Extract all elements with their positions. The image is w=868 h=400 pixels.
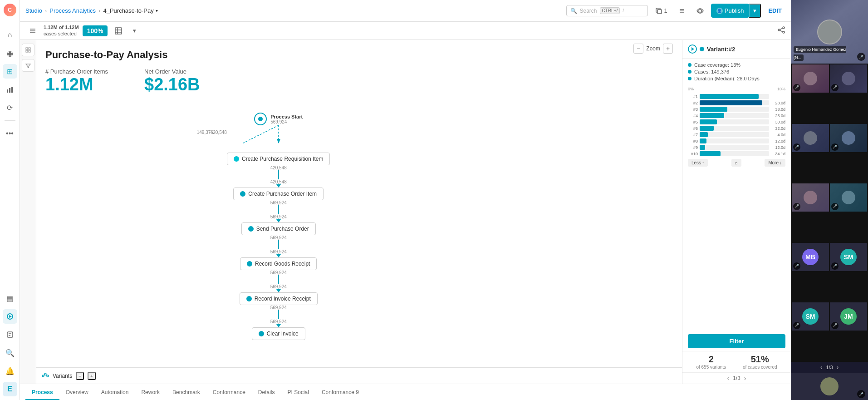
sidebar-filter-icon[interactable] — [3, 327, 17, 342]
thumb-mute-2[interactable]: 🎤 — [831, 84, 839, 91]
chart-row-2[interactable]: #338.0d — [688, 107, 785, 112]
publish-button[interactable]: 👤 Publish — [711, 4, 750, 18]
chart-val-4: 30.0d — [771, 120, 785, 124]
thumb-mute-1[interactable]: 🎤 — [793, 84, 800, 91]
sidebar-table-icon[interactable]: ▤ — [3, 291, 17, 306]
filter-button[interactable]: Filter — [688, 334, 785, 348]
breadcrumb-current[interactable]: 4_Purchase-to-Pay ▾ — [103, 7, 157, 14]
thumb-mute-sm[interactable]: 🎤 — [831, 262, 839, 270]
video-thumb-6[interactable]: 🎤 — [830, 183, 867, 212]
breadcrumb-sep2: › — [98, 7, 100, 14]
filter-area: Filter — [682, 331, 791, 351]
variants-icon — [42, 372, 49, 380]
sidebar-flow-icon[interactable] — [3, 309, 17, 324]
thumb-mute-4[interactable]: 🎤 — [831, 143, 839, 151]
copy-button[interactable]: 1 — [652, 5, 671, 17]
sidebar-chart-icon[interactable] — [3, 82, 17, 97]
breadcrumb: Studio › Process Analytics › 4_Purchase-… — [25, 7, 158, 14]
video-thumb-5[interactable]: 🎤 — [792, 183, 829, 212]
chart-row-5[interactable]: #632.0d — [688, 126, 785, 131]
sidebar-grid-icon[interactable]: ⊞ — [3, 64, 17, 79]
map-container: Purchase-to-Pay Analysis # Purchase Orde… — [36, 40, 791, 384]
nav-prev-btn[interactable]: ‹ — [727, 375, 729, 382]
list-button[interactable] — [675, 5, 689, 17]
video-thumb-sm[interactable]: SM 🎤 — [830, 243, 867, 271]
chart-row-7[interactable]: #812.0d — [688, 138, 785, 143]
tab-automation[interactable]: Automation — [95, 385, 135, 400]
tab-conformance9[interactable]: Conformance 9 — [315, 385, 365, 400]
bottom-mute-button[interactable]: 🎤 — [857, 390, 865, 398]
map-grid-btn[interactable] — [22, 44, 34, 56]
video-nav-next[interactable]: › — [837, 364, 839, 371]
sidebar-more-icon[interactable]: ••• — [3, 126, 17, 141]
publish-dropdown-button[interactable]: ▾ — [749, 4, 761, 18]
chart-row-6[interactable]: #74.0d — [688, 132, 785, 137]
chart-label-2: #3 — [688, 107, 698, 112]
table-view-button[interactable] — [111, 25, 126, 37]
video-thumb-mb[interactable]: MB 🎤 — [792, 243, 829, 271]
video-thumb-2[interactable]: 🎤 — [830, 64, 867, 93]
zoom-in-btn[interactable]: + — [663, 44, 673, 54]
chart-row-0[interactable]: #1 — [688, 94, 785, 99]
thumb-mute-sm2[interactable]: 🎤 — [793, 322, 800, 329]
thumb-mute-3[interactable]: 🎤 — [793, 143, 800, 151]
main-mute-button[interactable]: 🎤 — [857, 53, 865, 61]
tab-overview[interactable]: Overview — [59, 385, 95, 400]
tab-pi-social[interactable]: PI Social — [281, 385, 315, 400]
chart-row-3[interactable]: #425.0d — [688, 113, 785, 118]
variants-minus-btn[interactable]: − — [76, 372, 84, 380]
thumb-mute-5[interactable]: 🎤 — [793, 203, 800, 210]
edit-button[interactable]: EDIT — [765, 5, 785, 17]
variants-plus-btn[interactable]: + — [88, 372, 96, 380]
zoom-out-btn[interactable]: − — [633, 44, 643, 54]
breadcrumb-studio[interactable]: Studio — [25, 7, 42, 14]
breadcrumb-process-analytics[interactable]: Process Analytics — [49, 7, 96, 14]
clear-node[interactable]: Clear Invoice — [252, 327, 305, 340]
video-thumb-sm2[interactable]: SM 🎤 — [792, 302, 829, 331]
thumb-mute-mb[interactable]: 🎤 — [793, 262, 800, 270]
chart-row-4[interactable]: #530.0d — [688, 119, 785, 124]
chart-row-1[interactable]: #228.0d — [688, 100, 785, 105]
tab-rework[interactable]: Rework — [135, 385, 166, 400]
video-thumb-1[interactable]: 🎤 — [792, 64, 829, 93]
percent-badge[interactable]: 100% — [83, 25, 108, 36]
goods-node[interactable]: Record Goods Receipt — [240, 257, 317, 270]
req-node[interactable]: Create Purchase Requisition Item — [227, 153, 330, 165]
svg-rect-2 — [11, 87, 13, 93]
sidebar-user-icon[interactable]: E — [3, 382, 17, 396]
dropdown-button[interactable]: ▾ — [129, 25, 140, 37]
thumb-mute-6[interactable]: 🎤 — [831, 203, 839, 210]
video-thumb-4[interactable]: 🎤 — [830, 124, 867, 152]
tab-details[interactable]: Details — [252, 385, 281, 400]
thumb-mute-jm[interactable]: 🎤 — [831, 322, 839, 329]
map-filter-btn[interactable] — [22, 59, 34, 72]
less-button[interactable]: Less ↑ — [688, 159, 708, 167]
sidebar-share-icon[interactable]: ⟳ — [3, 100, 17, 115]
view-button[interactable] — [693, 5, 707, 17]
nav-next-btn[interactable]: › — [744, 375, 746, 382]
more-button[interactable]: More ↓ — [765, 159, 785, 167]
variants-label[interactable]: Variants — [53, 373, 72, 379]
sidebar-bell-icon[interactable]: 🔔 — [3, 364, 17, 378]
tab-conformance[interactable]: Conformance — [206, 385, 252, 400]
video-thumb-3[interactable]: 🎤 — [792, 124, 829, 152]
sidebar-home-icon[interactable]: ⌂ — [3, 28, 17, 42]
home-button[interactable]: ⌂ — [731, 159, 741, 167]
chart-row-8[interactable]: #912.0d — [688, 145, 785, 150]
video-thumb-jm[interactable]: JM 🎤 — [830, 302, 867, 331]
chart-row-9[interactable]: #1034.1d — [688, 151, 785, 156]
tab-process[interactable]: Process — [25, 385, 59, 400]
tab-benchmark[interactable]: Benchmark — [166, 385, 206, 400]
video-nav-prev[interactable]: ‹ — [820, 364, 823, 371]
variant-panel: Variant:#2 Case coverage: 13% Case — [682, 40, 791, 384]
hamburger-button[interactable] — [25, 25, 40, 37]
share-icon[interactable] — [777, 26, 785, 36]
sidebar-search-icon[interactable]: ◉ — [3, 46, 17, 60]
variant-play-icon[interactable] — [688, 44, 697, 54]
map-sidebar — [20, 40, 36, 384]
send-node[interactable]: Send Purchase Order — [241, 222, 316, 235]
po-node[interactable]: Create Purchase Order Item — [233, 188, 324, 200]
sidebar-magnify-icon[interactable]: 🔍 — [3, 346, 17, 360]
invoice-node[interactable]: Record Invoice Receipt — [240, 292, 318, 305]
search-box[interactable]: 🔍 Search CTRL+/ / — [566, 5, 648, 16]
